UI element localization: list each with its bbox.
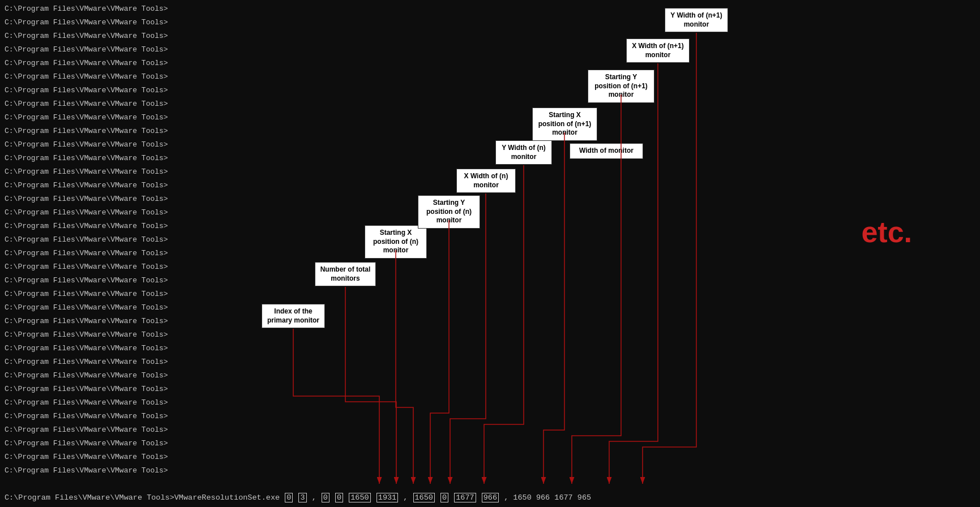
param-ywidth-n: 1931 — [376, 493, 398, 502]
terminal-line: C:\Program Files\VMware\VMware Tools> — [5, 97, 168, 111]
terminal-line: C:\Program Files\VMware\VMware Tools> — [5, 355, 168, 369]
terminal-line: C:\Program Files\VMware\VMware Tools> — [5, 220, 168, 233]
terminal-line: C:\Program Files\VMware\VMware Tools> — [5, 396, 168, 410]
terminal-line: C:\Program Files\VMware\VMware Tools> — [5, 247, 168, 260]
terminal-line: C:\Program Files\VMware\VMware Tools> — [5, 43, 168, 57]
label-starting-y-n1: Starting Y position of (n+1) monitor — [588, 70, 654, 103]
comma-1: , — [312, 493, 321, 502]
terminal-line: C:\Program Files\VMware\VMware Tools> — [5, 301, 168, 315]
label-y-width-n: Y Width of (n) monitor — [495, 140, 552, 165]
terminal-line: C:\Program Files\VMware\VMware Tools> — [5, 450, 168, 464]
terminal-line: C:\Program Files\VMware\VMware Tools> — [5, 179, 168, 192]
comma-3: , 1650 966 1677 965 — [504, 493, 591, 502]
terminal-lines-container: C:\Program Files\VMware\VMware Tools> C:… — [0, 0, 173, 480]
terminal-line: C:\Program Files\VMware\VMware Tools> — [5, 260, 168, 274]
terminal-line: C:\Program Files\VMware\VMware Tools> — [5, 342, 168, 355]
command-line: C:\Program Files\VMware\VMware Tools>VMw… — [5, 493, 591, 502]
terminal-line: C:\Program Files\VMware\VMware Tools> — [5, 464, 168, 478]
terminal-line: C:\Program Files\VMware\VMware Tools> — [5, 192, 168, 206]
param-starty-n: 0 — [335, 493, 343, 502]
terminal-line: C:\Program Files\VMware\VMware Tools> — [5, 287, 168, 301]
comma-2: , — [403, 493, 412, 502]
terminal-line: C:\Program Files\VMware\VMware Tools> — [5, 206, 168, 220]
label-starting-x-n: Starting X position of (n) monitor — [365, 225, 427, 259]
terminal-line: C:\Program Files\VMware\VMware Tools> — [5, 16, 168, 29]
terminal-line: C:\Program Files\VMware\VMware Tools> — [5, 410, 168, 423]
terminal-line: C:\Program Files\VMware\VMware Tools> — [5, 57, 168, 70]
terminal-line: C:\Program Files\VMware\VMware Tools> — [5, 152, 168, 165]
label-num-total: Number of total monitors — [315, 262, 376, 286]
terminal-line: C:\Program Files\VMware\VMware Tools> — [5, 84, 168, 97]
label-y-width-n1: Y Width of (n+1) monitor — [665, 8, 728, 32]
param-num-monitors: 3 — [298, 493, 306, 502]
label-starting-x-n1: Starting X position of (n+1) monitor — [532, 108, 597, 141]
terminal-line: C:\Program Files\VMware\VMware Tools> — [5, 315, 168, 328]
command-prompt: C:\Program Files\VMware\VMware Tools>VMw… — [5, 493, 284, 502]
terminal-line: C:\Program Files\VMware\VMware Tools> — [5, 274, 168, 287]
param-startx-n: 0 — [322, 493, 329, 502]
etc-label: etc. — [861, 215, 912, 249]
terminal-line: C:\Program Files\VMware\VMware Tools> — [5, 328, 168, 342]
label-starting-y-n: Starting Y position of (n) monitor — [418, 195, 480, 229]
param-ywidth-n1: 966 — [482, 493, 499, 502]
label-index-primary: Index of the primary monitor — [262, 304, 325, 328]
param-xwidth-n: 1650 — [349, 493, 370, 502]
terminal-line: C:\Program Files\VMware\VMware Tools> — [5, 124, 168, 138]
param-startx-n1: 1650 — [413, 493, 435, 502]
terminal-line: C:\Program Files\VMware\VMware Tools> — [5, 70, 168, 84]
terminal-line: C:\Program Files\VMware\VMware Tools> — [5, 369, 168, 383]
param-index-primary: 0 — [285, 493, 293, 502]
terminal-line: C:\Program Files\VMware\VMware Tools> — [5, 233, 168, 247]
terminal-line: C:\Program Files\VMware\VMware Tools> — [5, 383, 168, 396]
terminal-line: C:\Program Files\VMware\VMware Tools> — [5, 29, 168, 43]
param-xwidth-n1: 1677 — [454, 493, 476, 502]
terminal-line: C:\Program Files\VMware\VMware Tools> — [5, 111, 168, 124]
terminal-line: C:\Program Files\VMware\VMware Tools> — [5, 2, 168, 16]
label-width-monitor: Width of monitor — [570, 143, 643, 159]
label-x-width-n1: X Width of (n+1) monitor — [626, 38, 690, 63]
label-x-width-n: X Width of (n) monitor — [456, 169, 516, 193]
terminal-line: C:\Program Files\VMware\VMware Tools> — [5, 138, 168, 152]
param-starty-n1: 0 — [440, 493, 448, 502]
terminal-line: C:\Program Files\VMware\VMware Tools> — [5, 437, 168, 450]
terminal-line: C:\Program Files\VMware\VMware Tools> — [5, 423, 168, 437]
terminal-line: C:\Program Files\VMware\VMware Tools> — [5, 165, 168, 179]
